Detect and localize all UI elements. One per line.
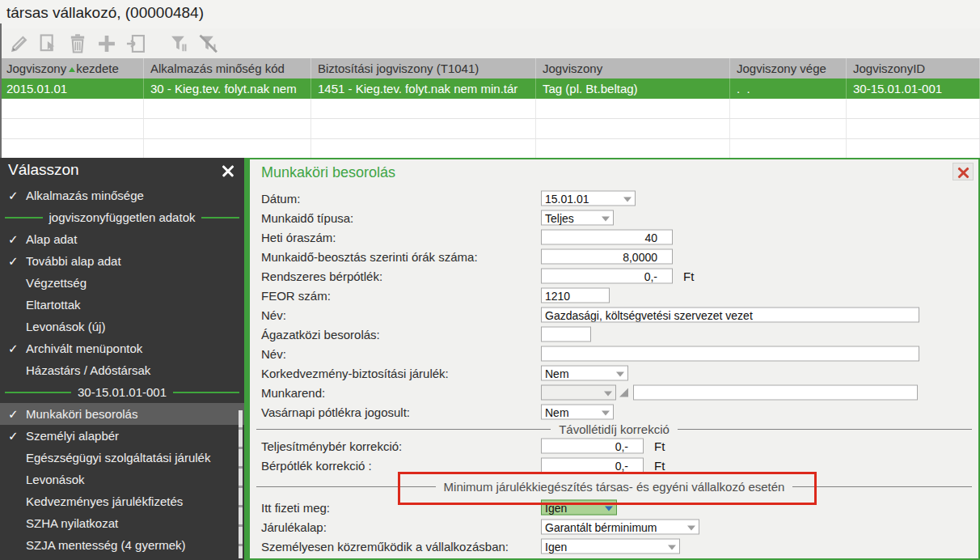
- edit-button[interactable]: [5, 31, 34, 57]
- itt-fizeti-meg-label: Itt fizeti meg:: [261, 501, 330, 515]
- sidebar-item-levonasok-uj[interactable]: Levonások (új): [0, 316, 244, 337]
- detail-panel: Munkaköri besorolás Dátum:15.01.01Munkai…: [244, 158, 980, 560]
- currency-label: Ft: [654, 439, 665, 453]
- sidebar-item-szja-mentesseg[interactable]: SZJA mentesség (4 gyermek): [0, 534, 244, 556]
- chevron-down-icon: [623, 197, 632, 202]
- feor-szam-input[interactable]: [541, 288, 610, 303]
- sidebar-item-szemelyi-alapber[interactable]: ✓Személyi alapbér: [0, 425, 244, 447]
- table-cell: 30 - Kieg.tev. folyt.nak nem: [144, 78, 311, 99]
- filter-button[interactable]: [165, 31, 194, 57]
- sidebar-item-egeszsegugyi-szolgaltatasi-jarulek[interactable]: Egészségügyi szolgáltatási járulék: [0, 447, 244, 469]
- sidebar-item-label: Kedvezményes járulékfizetés: [26, 494, 183, 508]
- column-header-5[interactable]: Jogviszony vége: [730, 58, 847, 78]
- itt-fizeti-meg-dropdown[interactable]: Igen: [541, 500, 617, 515]
- select-record-button[interactable]: [34, 31, 63, 57]
- toolbar: [0, 28, 980, 58]
- sort-ascending-icon: [69, 67, 75, 72]
- check-icon: ✓: [0, 342, 26, 356]
- sidebar-item-alkalmazas-minosege[interactable]: ✓Alkalmazás minősége: [0, 185, 244, 206]
- sidebar-item-munkakori-besorolas[interactable]: ✓Munkaköri besorolás: [0, 403, 244, 425]
- szemelyesen-kozremukodik-dropdown[interactable]: Igen: [541, 539, 680, 554]
- table-empty-cell: [536, 139, 730, 159]
- separator-label: Minimum járulékkiegészítés társas- és eg…: [444, 480, 785, 494]
- sidebar-item-archivalt-menupontok[interactable]: ✓Archivált menüpontok: [0, 337, 244, 359]
- check-icon: ✓: [0, 189, 26, 203]
- sidebar-item-levonasok[interactable]: Levonások: [0, 469, 244, 490]
- berpotlek-korrekcio-input[interactable]: [541, 458, 644, 473]
- column-header-1[interactable]: Jogviszonykezdete: [0, 58, 144, 78]
- sidebar-item-label: Személyi alapbér: [26, 429, 119, 443]
- sidebar-item-label: Munkaköri besorolás: [26, 407, 137, 421]
- munkarend-name-input[interactable]: [633, 385, 918, 401]
- chevron-down-icon: [605, 507, 613, 511]
- sidebar-item-label: Végzettség: [26, 276, 87, 290]
- chevron-down-icon: [687, 526, 695, 531]
- table-empty-cell: [847, 99, 980, 118]
- dropdown-value: Igen: [545, 541, 567, 554]
- check-icon: ✓: [0, 407, 26, 422]
- jarulekalap-dropdown[interactable]: Garantált bérminimum: [541, 520, 699, 535]
- filter-icon: [168, 32, 191, 55]
- table-row[interactable]: 2015.01.0130 - Kieg.tev. folyt.nak nem14…: [0, 78, 980, 99]
- vasarnapi-potlekra-jogosult-row: Vasárnapi pótlékra jogosult:Nem: [250, 402, 978, 422]
- table-empty-cell: [847, 139, 980, 159]
- agazatkozi-besorolas-input[interactable]: [541, 327, 591, 342]
- munkaido-beosztas-orak-input[interactable]: [541, 249, 673, 265]
- agazatkozi-nev-input[interactable]: [541, 346, 919, 362]
- munkaido-tipusa-dropdown[interactable]: Teljes: [541, 210, 614, 226]
- teljesitmenyber-korrekcio-label: Teljesítménybér korrekció:: [261, 439, 402, 453]
- korkedvezmeny-biztositasi-jarulek-dropdown[interactable]: Nem: [541, 366, 628, 381]
- column-header-6[interactable]: JogviszonyID: [847, 58, 980, 78]
- sidebar-item-eltartottak[interactable]: Eltartottak: [0, 294, 244, 316]
- sidebar-close-button[interactable]: [222, 164, 234, 177]
- sidebar-item-25-ev-alattiak-szja-kedvezmenye[interactable]: 25 év alattiak SZJA kedvezménye: [0, 556, 244, 560]
- table-empty-cell: [311, 99, 536, 118]
- sidebar-item-label: Alap adat: [26, 232, 77, 246]
- sidebar-item-label: Alkalmazás minősége: [26, 189, 144, 202]
- datum-row: Dátum:15.01.01: [250, 189, 978, 208]
- column-header-3[interactable]: Biztosítási jogviszony (T1041): [311, 58, 536, 78]
- separator-line: [256, 429, 551, 430]
- add-button[interactable]: [92, 31, 121, 57]
- table-empty-cell: [311, 119, 536, 138]
- feor-nev-input[interactable]: [541, 308, 919, 323]
- column-header-4[interactable]: Jogviszony: [536, 58, 730, 78]
- sidebar-item-kedvezmenyes-jarulekfizetes[interactable]: Kedvezményes járulékfizetés: [0, 490, 244, 512]
- panel-close-button[interactable]: [953, 163, 974, 180]
- sidebar-scrollbar[interactable]: [239, 410, 243, 558]
- sidebar-item-alap-adat[interactable]: ✓Alap adat: [0, 228, 244, 250]
- table-body-empty: [0, 99, 980, 160]
- sidebar-separator: jogviszonyfüggetlen adatok: [0, 206, 244, 228]
- munkarend-dropdown[interactable]: [541, 385, 616, 401]
- heti-oraszam-input[interactable]: [541, 230, 673, 245]
- munkarend-row: Munkarend:: [250, 383, 978, 402]
- add-icon: [95, 32, 118, 55]
- separator-line: [173, 392, 239, 393]
- dropdown-value: Nem: [545, 406, 569, 419]
- sidebar-item-hazastars-adostarsak[interactable]: Házastárs / Adóstársak: [0, 359, 244, 381]
- munkaido-beosztas-orak-label: Munkaidő-beosztás szerinti órák száma:: [261, 250, 478, 264]
- jarulekalap-row: Járulékalap:Garantált bérminimum: [250, 517, 978, 537]
- table-empty-cell: [730, 139, 847, 159]
- check-icon: ✓: [0, 429, 26, 443]
- clear-filter-button[interactable]: [194, 31, 223, 57]
- delete-icon: [66, 32, 89, 55]
- delete-button[interactable]: [63, 31, 92, 57]
- datum-dropdown[interactable]: 15.01.01: [541, 191, 636, 206]
- column-header-2[interactable]: Alkalmazás minőség kód: [144, 58, 311, 78]
- check-icon: ✓: [0, 232, 26, 247]
- teljesitmenyber-korrekcio-input[interactable]: [541, 439, 644, 454]
- sidebar-item-szha-nyilatkozat[interactable]: SZHA nyilatkozat: [0, 512, 244, 534]
- vasarnapi-potlekra-jogosult-dropdown[interactable]: Nem: [541, 405, 614, 420]
- sidebar-item-tovabbi-alap-adat[interactable]: ✓További alap adat: [0, 250, 244, 272]
- sidebar-item-vegzettseg[interactable]: Végzettség: [0, 272, 244, 294]
- rendszeres-berpotlek-input[interactable]: [541, 269, 673, 284]
- select-record-icon: [37, 32, 60, 55]
- munkaido-tipusa-label: Munkaidő típusa:: [261, 211, 353, 225]
- table-empty-cell: [144, 139, 311, 159]
- sidebar-panel: Válasszon ✓Alkalmazás minőségejogviszony…: [0, 158, 244, 560]
- browse-triangle-icon[interactable]: [619, 388, 628, 397]
- sidebar-separator: 30-15.01.01-001: [0, 381, 244, 403]
- copy-record-button[interactable]: [121, 31, 150, 57]
- agazatkozi-besorolas-row: Ágazatközi besorolás:: [250, 325, 978, 344]
